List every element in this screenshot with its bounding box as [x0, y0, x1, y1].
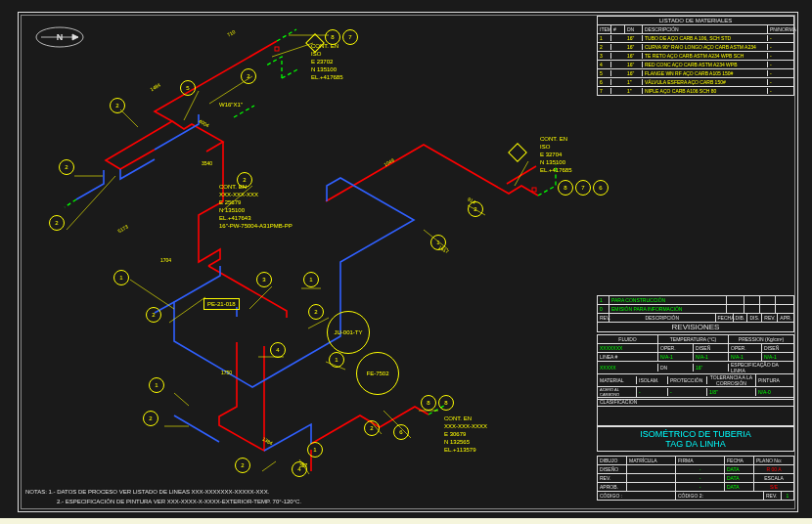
status-bar: [0, 518, 812, 524]
balloon: 2: [241, 68, 256, 84]
bom-row: 416"RED CONC AÇO CARB ASTM A234 WPB-: [597, 61, 794, 69]
dim: 3540: [202, 160, 212, 166]
balloon: 2: [468, 201, 483, 217]
general-notes: NOTAS: 1.- DATOS DE PROCESO VER LISTADO …: [25, 487, 554, 506]
balloon: 7: [575, 180, 591, 196]
balloon: 2: [59, 159, 74, 175]
tag-bubble: FE-7502: [356, 352, 399, 395]
balloon: 3: [256, 272, 272, 287]
balloon: 4: [270, 342, 286, 358]
balloon: 2: [308, 304, 324, 320]
iso-pipe: [27, 20, 595, 489]
balloon: 2: [364, 420, 380, 436]
balloon: 1: [307, 442, 323, 458]
callout-text: CONT. EN ISO E 32704 N 135100 EL.+417685: [540, 135, 572, 174]
bom-title: LISTADO DE MATERIALES: [597, 16, 794, 25]
bom-row: 216"CURVA 90° RAIO LONGO AÇO CARB ASTM A…: [597, 43, 794, 52]
balloon: 2: [146, 307, 161, 323]
bom-table: LISTADO DE MATERIALES ITEM # DN DESCRIPC…: [597, 16, 794, 96]
balloon: 2: [235, 458, 250, 473]
balloon: 1: [113, 270, 129, 285]
callout-text: CONT. EN XXX-XXX-XXXX E 30679 N 132565 E…: [444, 415, 487, 454]
dim: 1750: [221, 370, 232, 375]
callout-text: CONT. EN ISO E 23702 N 135100 EL.+417685: [311, 42, 343, 81]
drawing-title: ISOMÉTRICO DE TUBERIA TAG DA LINHA: [598, 427, 793, 451]
dim: 1704: [160, 257, 171, 263]
svg-rect-2: [275, 47, 279, 51]
title-block: LISTADO DE MATERIALES ITEM # DN DESCRIPC…: [597, 16, 794, 508]
balloon: 8: [558, 180, 573, 196]
callout-text: CONT. EN XXX-XXX-XXX E 25679 N 135100 EL…: [219, 183, 293, 230]
dim: 387: [299, 462, 307, 468]
balloon: 1: [303, 272, 319, 287]
balloon: 2: [110, 98, 125, 113]
bom-row: 516"FLANGE WN RF AÇO CARB A105 150#-: [597, 69, 794, 78]
balloon: 2: [143, 411, 158, 426]
bom-row: 116"TUBO DE AÇO CARB A 106, SCH STD-: [597, 34, 794, 43]
equipment-tag: PE-21-018: [203, 298, 240, 310]
valve-label: W16"X1": [219, 101, 243, 109]
bom-row: 316"TE RETO AÇO CARB ASTM A234 WPB SCH-: [597, 52, 794, 61]
balloon: 8: [438, 395, 454, 411]
balloon: 2: [49, 215, 65, 231]
bom-row: 61"VÁLVULA ESFERA AÇO CARB 150#-: [597, 78, 794, 87]
svg-rect-3: [532, 188, 536, 192]
balloon: 8: [421, 395, 436, 411]
balloon: 1: [149, 377, 164, 393]
balloon: 1: [329, 352, 344, 368]
balloon: 6: [393, 424, 409, 440]
bom-row: 71"NIPLE AÇO CARB A106 SCH 80-: [597, 87, 794, 96]
balloon: 5: [180, 80, 196, 96]
tag-bubble: JU-001-TY: [327, 311, 370, 354]
balloon: 7: [342, 29, 358, 45]
